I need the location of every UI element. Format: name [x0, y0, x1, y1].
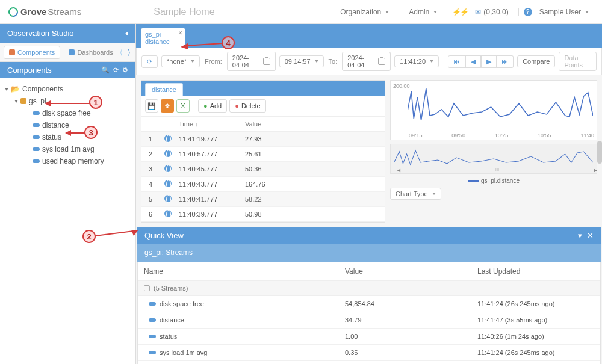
quick-view-panel: Quick View ▾✕ gs_pi: Streams Name Value … [137, 227, 601, 364]
chevron-down-icon[interactable]: ▾ [578, 231, 582, 240]
menu-user[interactable]: Sample User [535, 5, 594, 19]
globe-icon [164, 210, 172, 217]
from-label: From: [203, 58, 223, 65]
grid-body[interactable]: 111:41:19.77727.93 211:40:57.77725.61 31… [141, 132, 385, 222]
studio-header[interactable]: Observation Studio [0, 24, 135, 43]
add-button[interactable]: ●Add [198, 99, 227, 113]
arrow-icon [95, 230, 138, 239]
qv-col-name[interactable]: Name [138, 262, 339, 280]
to-date[interactable]: 2024-04-04 [342, 52, 373, 71]
tabs-left-icon[interactable]: ⟨ [118, 47, 125, 58]
to-time[interactable]: 11:41:20 [394, 55, 439, 67]
components-icon [9, 49, 15, 55]
work-tab-distance[interactable]: ✕ gs_pidistance [141, 28, 185, 48]
sidebar: Observation Studio Components Dashboards… [0, 24, 136, 364]
chart-legend: gs_pi.distance [390, 177, 597, 184]
stream-icon [33, 159, 40, 163]
list-item: sys load 1m avg0.3511:41:24 (26s 245ms a… [138, 345, 600, 361]
svg-marker-7 [181, 43, 188, 49]
table-row: 611:40:39.77750.98 [141, 207, 385, 222]
menu-mail[interactable]: ✉(0,30,0) [470, 5, 513, 19]
svg-line-6 [185, 43, 223, 46]
nav-next[interactable]: ▶ [481, 55, 497, 68]
quick-view-table: Name Value Last Updated –(5 Streams) dis… [137, 262, 601, 364]
refresh-icon[interactable]: ⟳ [113, 66, 119, 74]
help-icon[interactable]: ? [524, 8, 532, 16]
tab-components[interactable]: Components [4, 46, 60, 59]
chevron-right-icon[interactable]: ► [593, 167, 597, 173]
stream-icon [33, 123, 40, 127]
refresh-button[interactable]: ⟳ [141, 55, 158, 68]
nav-prev[interactable]: ◀ [465, 55, 481, 68]
search-icon[interactable]: 🔍 [101, 66, 110, 74]
tree-root[interactable]: 📂Components [4, 83, 132, 95]
quick-view-subtitle: gs_pi: Streams [137, 244, 601, 262]
preset-none[interactable]: *none* [161, 55, 200, 67]
scrollbar[interactable] [597, 141, 602, 164]
col-time[interactable]: Time↓ [174, 117, 240, 131]
tree-stream-used-heap[interactable]: used heap memory [31, 155, 132, 167]
save-button[interactable]: 💾 [145, 99, 158, 113]
studio-title: Observation Studio [7, 29, 74, 38]
folder-icon: 📂 [11, 85, 20, 93]
qv-col-last[interactable]: Last Updated [471, 262, 600, 280]
logo-icon [7, 5, 20, 19]
list-item: status1.0011:40:26 (1m 24s ago) [138, 329, 600, 345]
svg-marker-1 [45, 100, 51, 106]
compare-button[interactable]: Compare [517, 55, 555, 67]
globe-icon [164, 135, 172, 142]
nav-last[interactable]: ⏭ [497, 55, 514, 68]
plus-icon: ● [203, 102, 208, 110]
table-row: 311:40:45.77750.36 [141, 162, 385, 177]
to-label: To: [327, 58, 339, 65]
components-panel-header: Components 🔍 ⟳ ⚙ [0, 62, 135, 78]
grid-tab-distance[interactable]: distance [145, 83, 183, 96]
chevron-left-icon[interactable]: ◄ [396, 167, 402, 173]
gear-icon[interactable]: ⚙ [122, 66, 128, 74]
globe-icon [164, 180, 172, 187]
close-icon[interactable]: ✕ [178, 30, 183, 36]
svg-marker-5 [65, 130, 71, 136]
stream-icon [33, 135, 40, 139]
chart-type-button[interactable]: Chart Type [390, 188, 441, 200]
qv-col-value[interactable]: Value [339, 262, 471, 280]
tree-stream-sys-load[interactable]: sys load 1m avg [31, 143, 132, 155]
x-axis-labels: 09:1509:5010:2510:5511:40 [409, 132, 594, 138]
device-icon [20, 98, 26, 104]
brand-1: Grove [20, 7, 46, 17]
main-chart[interactable]: 200.00 09:1509:5010:2510:5511:40 [390, 80, 597, 140]
tab-dashboards[interactable]: Dashboards [64, 46, 117, 58]
svg-marker-3 [131, 230, 138, 236]
datapoints-button[interactable]: Data Points [559, 52, 597, 71]
excel-button[interactable]: X [176, 99, 190, 113]
col-value[interactable]: Value [240, 117, 385, 131]
tabs-right-icon[interactable]: ⟩ [126, 47, 132, 58]
bolt-icon[interactable]: ⚡⚡ [452, 8, 468, 16]
globe-icon [164, 150, 172, 157]
overview-chart[interactable]: ◄III► [390, 144, 597, 174]
collapse-icon[interactable]: – [144, 285, 150, 291]
logo: GroveStreams [8, 7, 81, 17]
close-icon[interactable]: ✕ [587, 231, 594, 240]
nav-first[interactable]: ⏮ [448, 55, 465, 68]
arrow-icon [65, 129, 85, 138]
from-time[interactable]: 09:14:57 [279, 55, 324, 67]
from-date[interactable]: 2024-04-04 [227, 52, 258, 71]
list-item: distance34.7911:41:47 (3s 55ms ago) [138, 312, 600, 329]
stream-icon [33, 111, 40, 115]
to-date-picker[interactable] [373, 52, 391, 71]
delete-button[interactable]: ●Delete [229, 99, 265, 113]
from-date-picker[interactable] [258, 52, 276, 71]
qv-group-header[interactable]: –(5 Streams) [138, 281, 600, 296]
menu-organization[interactable]: Organization [335, 5, 394, 19]
table-row: 411:40:43.777164.76 [141, 177, 385, 192]
rss-button[interactable]: ❖ [161, 99, 174, 113]
menu-admin[interactable]: Admin [404, 5, 442, 19]
arrow-icon [45, 100, 90, 108]
collapse-icon[interactable] [125, 31, 128, 36]
chart-panel: 200.00 09:1509:5010:2510:5511:40 ◄III► g… [390, 80, 597, 223]
list-item: disk space free54,854.8411:41:24 (26s 24… [138, 296, 600, 312]
tree-stream-disk-space-free[interactable]: disk space free [31, 107, 132, 119]
calendar-icon [378, 58, 385, 65]
quick-view-header: Quick View ▾✕ [137, 227, 601, 244]
